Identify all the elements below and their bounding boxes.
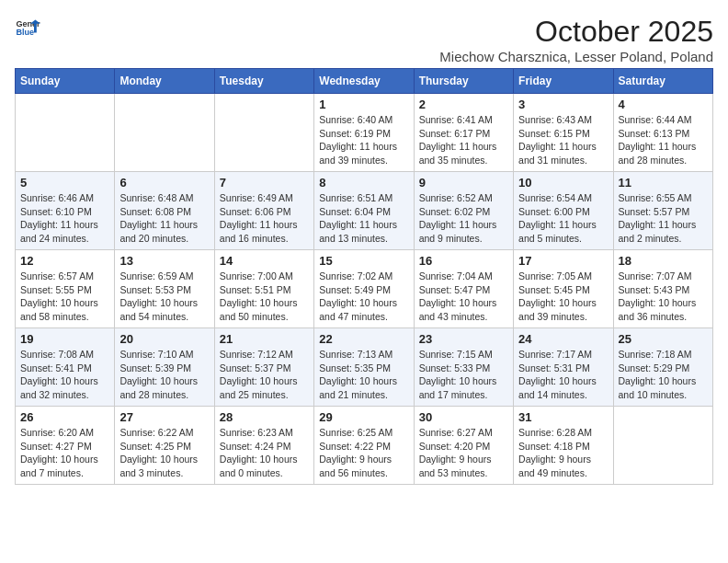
day-number: 14: [220, 254, 309, 268]
calendar-cell: 2Sunrise: 6:41 AM Sunset: 6:17 PM Daylig…: [414, 94, 513, 172]
day-number: 4: [619, 98, 708, 111]
calendar-cell: 8Sunrise: 6:51 AM Sunset: 6:04 PM Daylig…: [314, 172, 414, 250]
day-number: 9: [419, 176, 508, 190]
day-info: Sunrise: 6:27 AM Sunset: 4:20 PM Dayligh…: [419, 426, 508, 480]
day-number: 23: [419, 332, 508, 346]
calendar-cell: [115, 94, 214, 172]
day-info: Sunrise: 6:28 AM Sunset: 4:18 PM Dayligh…: [518, 426, 608, 480]
day-info: Sunrise: 6:23 AM Sunset: 4:24 PM Dayligh…: [220, 426, 309, 480]
calendar-cell: 27Sunrise: 6:22 AM Sunset: 4:25 PM Dayli…: [115, 407, 214, 485]
day-number: 8: [319, 176, 408, 190]
calendar-cell: 5Sunrise: 6:46 AM Sunset: 6:10 PM Daylig…: [16, 172, 115, 250]
day-number: 10: [518, 176, 608, 190]
title-area: October 2025 Miechow Charsznica, Lesser …: [439, 15, 713, 64]
day-number: 27: [119, 410, 209, 424]
calendar-cell: 11Sunrise: 6:55 AM Sunset: 5:57 PM Dayli…: [613, 172, 712, 250]
logo-icon: General Blue: [15, 15, 40, 40]
day-info: Sunrise: 7:04 AM Sunset: 5:47 PM Dayligh…: [419, 270, 508, 324]
calendar-cell: 19Sunrise: 7:08 AM Sunset: 5:41 PM Dayli…: [16, 328, 115, 407]
day-number: 21: [220, 332, 309, 346]
col-header-monday: Monday: [115, 69, 214, 94]
col-header-tuesday: Tuesday: [214, 69, 313, 94]
col-header-friday: Friday: [514, 69, 613, 94]
calendar-cell: 12Sunrise: 6:57 AM Sunset: 5:55 PM Dayli…: [16, 250, 115, 328]
day-number: 26: [20, 410, 109, 424]
calendar-cell: 28Sunrise: 6:23 AM Sunset: 4:24 PM Dayli…: [214, 407, 313, 485]
calendar-week-row: 1Sunrise: 6:40 AM Sunset: 6:19 PM Daylig…: [16, 94, 713, 172]
calendar-cell: 10Sunrise: 6:54 AM Sunset: 6:00 PM Dayli…: [514, 172, 613, 250]
day-number: 29: [319, 410, 408, 424]
day-info: Sunrise: 7:02 AM Sunset: 5:49 PM Dayligh…: [319, 270, 408, 324]
day-info: Sunrise: 6:48 AM Sunset: 6:08 PM Dayligh…: [119, 191, 209, 246]
day-number: 1: [319, 98, 408, 111]
calendar-cell: 3Sunrise: 6:43 AM Sunset: 6:15 PM Daylig…: [514, 94, 613, 172]
svg-text:Blue: Blue: [16, 28, 34, 37]
day-info: Sunrise: 6:57 AM Sunset: 5:55 PM Dayligh…: [20, 270, 109, 324]
day-info: Sunrise: 7:18 AM Sunset: 5:29 PM Dayligh…: [619, 348, 708, 402]
day-info: Sunrise: 6:43 AM Sunset: 6:15 PM Dayligh…: [518, 113, 608, 167]
calendar-week-row: 12Sunrise: 6:57 AM Sunset: 5:55 PM Dayli…: [16, 250, 713, 328]
logo: General Blue: [15, 15, 40, 40]
calendar-cell: 6Sunrise: 6:48 AM Sunset: 6:08 PM Daylig…: [115, 172, 214, 250]
calendar-header-row: SundayMondayTuesdayWednesdayThursdayFrid…: [16, 69, 713, 94]
day-info: Sunrise: 7:12 AM Sunset: 5:37 PM Dayligh…: [220, 348, 309, 402]
day-number: 13: [119, 254, 209, 268]
day-info: Sunrise: 6:51 AM Sunset: 6:04 PM Dayligh…: [319, 191, 408, 246]
calendar-week-row: 26Sunrise: 6:20 AM Sunset: 4:27 PM Dayli…: [16, 407, 713, 485]
calendar-cell: 4Sunrise: 6:44 AM Sunset: 6:13 PM Daylig…: [613, 94, 712, 172]
col-header-wednesday: Wednesday: [314, 69, 414, 94]
calendar-table: SundayMondayTuesdayWednesdayThursdayFrid…: [15, 68, 713, 485]
day-number: 3: [518, 98, 608, 111]
col-header-saturday: Saturday: [613, 69, 712, 94]
day-info: Sunrise: 6:41 AM Sunset: 6:17 PM Dayligh…: [419, 113, 508, 167]
calendar-cell: 29Sunrise: 6:25 AM Sunset: 4:22 PM Dayli…: [314, 407, 414, 485]
day-info: Sunrise: 7:00 AM Sunset: 5:51 PM Dayligh…: [220, 270, 309, 324]
month-title: October 2025: [439, 15, 713, 49]
calendar-cell: 15Sunrise: 7:02 AM Sunset: 5:49 PM Dayli…: [314, 250, 414, 328]
day-info: Sunrise: 6:59 AM Sunset: 5:53 PM Dayligh…: [119, 270, 209, 324]
calendar-cell: 17Sunrise: 7:05 AM Sunset: 5:45 PM Dayli…: [514, 250, 613, 328]
day-number: 25: [619, 332, 708, 346]
day-number: 12: [20, 254, 109, 268]
calendar-cell: 13Sunrise: 6:59 AM Sunset: 5:53 PM Dayli…: [115, 250, 214, 328]
day-number: 6: [119, 176, 209, 190]
day-info: Sunrise: 7:08 AM Sunset: 5:41 PM Dayligh…: [20, 348, 109, 402]
calendar-cell: [214, 94, 313, 172]
calendar-cell: [613, 407, 712, 485]
day-number: 2: [419, 98, 508, 111]
day-info: Sunrise: 6:46 AM Sunset: 6:10 PM Dayligh…: [20, 191, 109, 246]
col-header-thursday: Thursday: [414, 69, 513, 94]
calendar-cell: [16, 94, 115, 172]
day-info: Sunrise: 6:54 AM Sunset: 6:00 PM Dayligh…: [518, 191, 608, 246]
calendar-cell: 1Sunrise: 6:40 AM Sunset: 6:19 PM Daylig…: [314, 94, 414, 172]
day-info: Sunrise: 7:05 AM Sunset: 5:45 PM Dayligh…: [518, 270, 608, 324]
day-info: Sunrise: 6:52 AM Sunset: 6:02 PM Dayligh…: [419, 191, 508, 246]
day-info: Sunrise: 6:44 AM Sunset: 6:13 PM Dayligh…: [619, 113, 708, 167]
day-number: 30: [419, 410, 508, 424]
calendar-cell: 14Sunrise: 7:00 AM Sunset: 5:51 PM Dayli…: [214, 250, 313, 328]
calendar-week-row: 19Sunrise: 7:08 AM Sunset: 5:41 PM Dayli…: [16, 328, 713, 407]
day-info: Sunrise: 6:49 AM Sunset: 6:06 PM Dayligh…: [220, 191, 309, 246]
day-number: 18: [619, 254, 708, 268]
calendar-cell: 20Sunrise: 7:10 AM Sunset: 5:39 PM Dayli…: [115, 328, 214, 407]
day-number: 28: [220, 410, 309, 424]
day-info: Sunrise: 6:40 AM Sunset: 6:19 PM Dayligh…: [319, 113, 408, 167]
day-number: 11: [619, 176, 708, 190]
day-number: 22: [319, 332, 408, 346]
day-number: 17: [518, 254, 608, 268]
day-number: 7: [220, 176, 309, 190]
day-info: Sunrise: 7:13 AM Sunset: 5:35 PM Dayligh…: [319, 348, 408, 402]
calendar-cell: 22Sunrise: 7:13 AM Sunset: 5:35 PM Dayli…: [314, 328, 414, 407]
calendar-cell: 30Sunrise: 6:27 AM Sunset: 4:20 PM Dayli…: [414, 407, 513, 485]
calendar-cell: 26Sunrise: 6:20 AM Sunset: 4:27 PM Dayli…: [16, 407, 115, 485]
calendar-cell: 7Sunrise: 6:49 AM Sunset: 6:06 PM Daylig…: [214, 172, 313, 250]
calendar-cell: 21Sunrise: 7:12 AM Sunset: 5:37 PM Dayli…: [214, 328, 313, 407]
day-info: Sunrise: 7:17 AM Sunset: 5:31 PM Dayligh…: [518, 348, 608, 402]
calendar-cell: 31Sunrise: 6:28 AM Sunset: 4:18 PM Dayli…: [514, 407, 613, 485]
calendar-cell: 23Sunrise: 7:15 AM Sunset: 5:33 PM Dayli…: [414, 328, 513, 407]
day-info: Sunrise: 6:22 AM Sunset: 4:25 PM Dayligh…: [119, 426, 209, 480]
day-info: Sunrise: 6:20 AM Sunset: 4:27 PM Dayligh…: [20, 426, 109, 480]
day-number: 24: [518, 332, 608, 346]
calendar-cell: 24Sunrise: 7:17 AM Sunset: 5:31 PM Dayli…: [514, 328, 613, 407]
day-number: 31: [518, 410, 608, 424]
